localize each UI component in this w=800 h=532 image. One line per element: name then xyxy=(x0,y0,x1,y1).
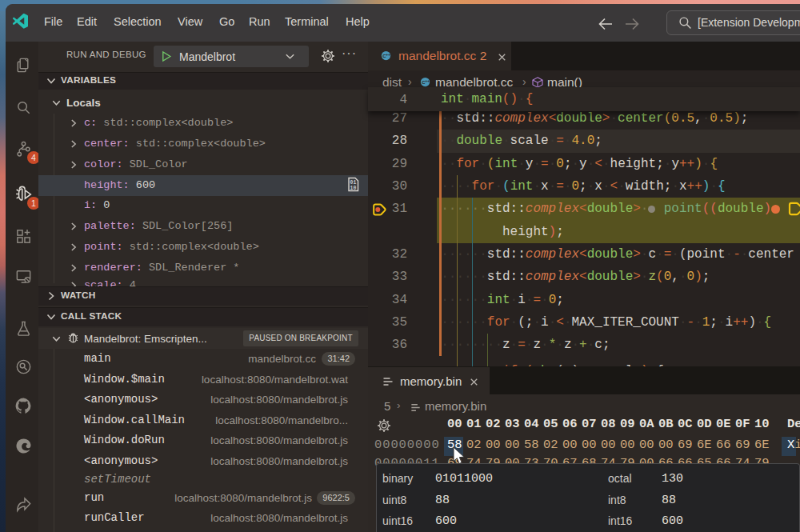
svg-text:++: ++ xyxy=(425,78,430,83)
svg-text:10: 10 xyxy=(350,186,357,191)
svg-text:++: ++ xyxy=(386,52,390,57)
